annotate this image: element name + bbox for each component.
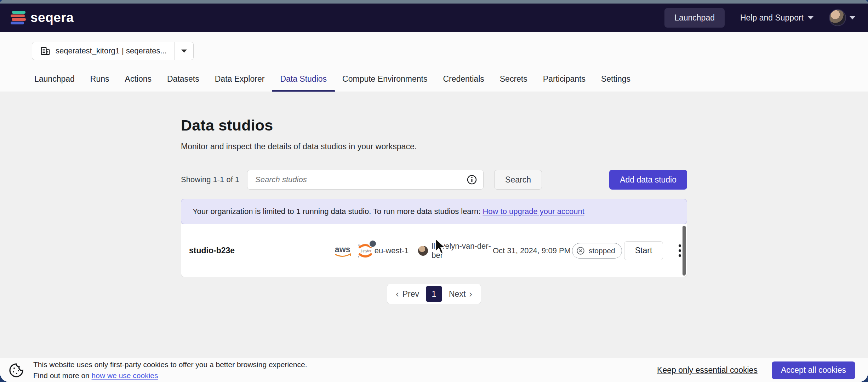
studios-list: Your organization is limited to 1 runnin… xyxy=(181,199,687,277)
svg-text:aws: aws xyxy=(335,244,350,254)
studio-created-date: Oct 31, 2024, 9:09 PM xyxy=(493,246,572,255)
next-label: Next xyxy=(449,289,466,299)
org-workspace-label: seqeratest_kitorg1 | seqerates... xyxy=(56,46,167,56)
tab-data-studios[interactable]: Data Studios xyxy=(274,74,333,92)
studio-region: eu-west-1 xyxy=(375,246,418,255)
seqera-logo-icon xyxy=(11,11,25,25)
tab-actions[interactable]: Actions xyxy=(119,74,158,92)
user-menu[interactable] xyxy=(829,9,855,26)
pagination-prev-button[interactable]: ‹ Prev xyxy=(391,286,424,302)
brand-name: seqera xyxy=(30,10,74,25)
workspace-tabs: Launchpad Runs Actions Datasets Data Exp… xyxy=(0,66,868,92)
chevron-right-icon: › xyxy=(469,289,472,299)
seqera-logo[interactable]: seqera xyxy=(11,10,74,25)
search-group xyxy=(247,170,484,190)
workspace-bar: seqeratest_kitorg1 | seqerates... xyxy=(0,32,868,66)
tab-compute-environments[interactable]: Compute Environments xyxy=(336,74,433,92)
list-scrollbar[interactable] xyxy=(683,226,686,276)
main-content: Data studios Monitor and inspect the det… xyxy=(0,92,868,358)
aws-icon: aws xyxy=(333,243,353,259)
page-subtitle: Monitor and inspect the details of data … xyxy=(181,142,687,151)
prev-label: Prev xyxy=(402,289,419,299)
jupyter-icon: jupyter xyxy=(356,242,375,260)
cookie-more-prefix: Find out more on xyxy=(33,371,92,380)
tab-launchpad[interactable]: Launchpad xyxy=(28,74,81,92)
tab-participants[interactable]: Participants xyxy=(537,74,592,92)
upgrade-account-link[interactable]: How to upgrade your account xyxy=(482,207,584,216)
cookie-banner: This website uses only first-party cooki… xyxy=(0,358,868,382)
search-info-button[interactable] xyxy=(460,170,483,189)
add-data-studio-button[interactable]: Add data studio xyxy=(609,170,687,190)
results-count: Showing 1-1 of 1 xyxy=(181,175,239,184)
keep-essential-cookies-button[interactable]: Keep only essential cookies xyxy=(657,365,758,375)
tab-runs[interactable]: Runs xyxy=(84,74,115,92)
tab-data-explorer[interactable]: Data Explorer xyxy=(209,74,271,92)
limit-banner-text: Your organization is limited to 1 runnin… xyxy=(193,207,482,216)
search-button[interactable]: Search xyxy=(494,170,542,190)
chevron-left-icon: ‹ xyxy=(396,289,399,299)
status-label: stopped xyxy=(589,247,615,255)
search-input[interactable] xyxy=(247,170,460,189)
status-badge: stopped xyxy=(572,243,622,259)
org-workspace-selector[interactable]: seqeratest_kitorg1 | seqerates... xyxy=(32,42,194,60)
pagination-next-button[interactable]: Next › xyxy=(444,286,477,302)
studio-name[interactable]: studio-b23e xyxy=(189,246,333,255)
chevron-down-icon xyxy=(808,16,813,19)
browser-page: seqera Launchpad Help and Support xyxy=(0,0,868,382)
start-studio-button[interactable]: Start xyxy=(624,241,663,260)
app-header: seqera Launchpad Help and Support xyxy=(0,4,868,32)
accept-all-cookies-button[interactable]: Accept all cookies xyxy=(772,361,855,379)
help-and-support-label: Help and Support xyxy=(740,13,804,23)
org-selector-dropdown-toggle[interactable] xyxy=(175,42,193,60)
stopped-icon xyxy=(576,246,585,255)
pagination-current-page[interactable]: 1 xyxy=(426,286,442,302)
tab-secrets[interactable]: Secrets xyxy=(494,74,533,92)
tab-datasets[interactable]: Datasets xyxy=(161,74,205,92)
tab-credentials[interactable]: Credentials xyxy=(437,74,490,92)
owner-avatar xyxy=(418,246,428,256)
window-top-strip xyxy=(0,0,868,4)
tab-settings[interactable]: Settings xyxy=(595,74,636,92)
cookie-icon xyxy=(8,362,25,379)
how-we-use-cookies-link[interactable]: how we use cookies xyxy=(92,371,158,380)
cookie-message: This website uses only first-party cooki… xyxy=(33,359,307,370)
organization-icon xyxy=(40,46,51,56)
studio-environment-icons: aws jupyter xyxy=(333,242,375,260)
studios-toolbar: Showing 1-1 of 1 Search Add data studio xyxy=(181,170,687,190)
studio-owner: llewelyn-van-der-ber xyxy=(418,242,493,260)
chevron-down-icon xyxy=(181,50,187,53)
help-and-support-menu[interactable]: Help and Support xyxy=(740,13,813,23)
user-avatar xyxy=(829,9,846,26)
svg-text:jupyter: jupyter xyxy=(360,249,372,253)
page-title: Data studios xyxy=(181,117,687,134)
image-version-badge xyxy=(369,240,377,248)
owner-name: llewelyn-van-der-ber xyxy=(432,242,493,260)
launchpad-button[interactable]: Launchpad xyxy=(664,8,725,28)
info-icon xyxy=(466,174,478,185)
chevron-down-icon xyxy=(850,16,855,19)
limit-banner: Your organization is limited to 1 runnin… xyxy=(181,199,687,224)
kebab-icon xyxy=(679,244,681,247)
pagination: ‹ Prev 1 Next › xyxy=(387,284,481,304)
studio-row: studio-b23e aws jupyter xyxy=(181,224,687,277)
